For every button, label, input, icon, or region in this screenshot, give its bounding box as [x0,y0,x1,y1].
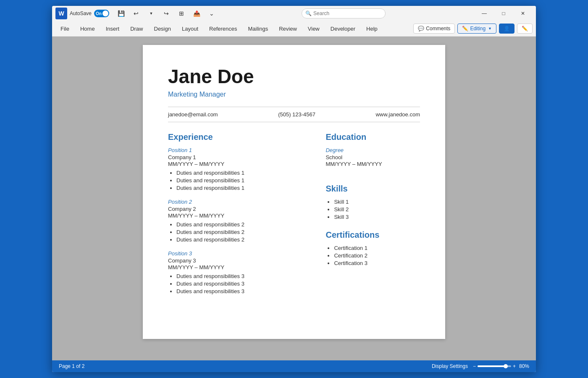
ribbon: File Home Insert Draw Design Layout Refe… [52,21,536,37]
close-button[interactable]: ✕ [513,7,533,20]
list-item: Certification 2 [334,252,420,259]
dates-3: MM/YYYY – MM/YYYY [168,264,313,270]
certifications-heading: Certifications [326,230,420,240]
titlebar: W AutoSave On 💾 ↩︎ ▼ ↪︎ ⊞ 📤 ⌄ 🔍 — [52,6,536,21]
toggle-knob [102,10,108,16]
search-input[interactable] [313,10,382,16]
list-item: Certification 3 [334,260,420,266]
two-col-layout: Experience Position 1 Company 1 MM/YYYY … [168,132,420,302]
tab-insert[interactable]: Insert [101,23,125,34]
zoom-slider-fill [478,365,504,367]
comments-icon: 💬 [418,26,424,32]
display-settings[interactable]: Display Settings [432,363,468,369]
dates-2: MM/YYYY – MM/YYYY [168,213,313,219]
tab-view[interactable]: View [303,23,325,34]
list-item: Duties and responsibilities 1 [176,177,313,184]
position-3: Position 3 Company 3 MM/YYYY – MM/YYYY D… [168,250,313,294]
share-button[interactable]: 📤 [191,8,202,19]
duties-1: Duties and responsibilities 1 Duties and… [168,170,313,191]
zoom-out-button[interactable]: − [473,363,476,369]
zoom-knob [504,364,508,368]
tab-design[interactable]: Design [149,23,176,34]
list-item: Duties and responsibilities 1 [176,170,313,176]
resume-job-title: Marketing Manager [168,91,420,98]
skills-heading: Skills [326,184,420,194]
list-item: Skill 3 [334,214,420,220]
list-item: Duties and responsibilities 3 [176,288,313,294]
experience-heading: Experience [168,132,313,142]
redo-button[interactable]: ↪︎ [160,8,172,19]
autosave-toggle[interactable]: On [94,10,109,17]
certifications-list: Certification 1 Certification 2 Certific… [326,245,420,266]
contact-bar: janedoe@email.com (505) 123-4567 www.jan… [168,107,420,122]
share-profile-icon: 👤 [504,26,510,32]
skills-section: Skills Skill 1 Skill 2 Skill 3 [326,184,420,220]
contact-email: janedoe@email.com [168,111,218,118]
doc-scroll[interactable]: Jane Doe Marketing Manager janedoe@email… [52,37,536,360]
window-controls: — □ ✕ [475,7,533,20]
resume-name: Jane Doe [168,66,420,87]
education-section: Education Degree School MM/YYYY – MM/YYY… [326,132,420,167]
maximize-button[interactable]: □ [494,7,513,20]
right-column: Education Degree School MM/YYYY – MM/YYY… [326,132,420,302]
contact-phone: (505) 123-4567 [278,111,315,118]
edit-icon: ✏️ [462,26,468,32]
list-item: Duties and responsibilities 2 [176,221,313,228]
table-button[interactable]: ⊞ [176,8,187,19]
ribbon-tabs: File Home Insert Draw Design Layout Refe… [52,21,536,36]
company-2: Company 2 [168,206,313,212]
comments-label: Comments [426,26,450,32]
company-3: Company 3 [168,257,313,264]
ribbon-right: 💬 Comments ✏️ Editing ▼ 👤 ✏️ [413,24,533,34]
zoom-level: 80% [519,363,529,369]
zoom-slider[interactable] [478,365,511,367]
dates-1: MM/YYYY – MM/YYYY [168,161,313,167]
tab-help[interactable]: Help [361,23,383,34]
editing-label: Editing [470,26,486,32]
tab-layout[interactable]: Layout [177,23,203,34]
skills-list: Skill 1 Skill 2 Skill 3 [326,199,420,220]
duties-2: Duties and responsibilities 2 Duties and… [168,221,313,243]
tab-references[interactable]: References [204,23,242,34]
list-item: Duties and responsibilities 2 [176,236,313,243]
search-icon: 🔍 [305,10,312,16]
share-profile-button[interactable]: 👤 [499,24,514,34]
experience-column: Experience Position 1 Company 1 MM/YYYY … [168,132,313,302]
tab-review[interactable]: Review [274,23,302,34]
comments-button[interactable]: 💬 Comments [413,24,455,34]
contact-website: www.janedoe.com [375,111,420,118]
tab-mailings[interactable]: Mailings [243,23,273,34]
list-item: Skill 2 [334,206,420,213]
minimize-button[interactable]: — [475,7,494,20]
editing-dropdown-icon: ▼ [488,26,492,31]
list-item: Certification 1 [334,245,420,251]
more-ribbon-icon: ✏️ [522,26,528,32]
tab-file[interactable]: File [55,23,74,34]
app-window: W AutoSave On 💾 ↩︎ ▼ ↪︎ ⊞ 📤 ⌄ 🔍 — [52,6,536,372]
education-heading: Education [326,132,420,142]
save-button[interactable]: 💾 [115,8,127,19]
zoom-control: − + 80% [473,363,529,369]
document-page: Jane Doe Marketing Manager janedoe@email… [143,45,445,339]
editing-button[interactable]: ✏️ Editing ▼ [457,24,496,34]
degree-title: Degree [326,147,420,153]
position-2: Position 2 Company 2 MM/YYYY – MM/YYYY D… [168,199,313,243]
more-options-button[interactable]: ⌄ [206,8,218,19]
position-2-title: Position 2 [168,199,313,205]
more-ribbon-button[interactable]: ✏️ [517,24,533,34]
list-item: Duties and responsibilities 3 [176,273,313,279]
tab-developer[interactable]: Developer [326,23,360,34]
education-dates: MM/YYYY – MM/YYYY [326,161,420,167]
doc-area: Jane Doe Marketing Manager janedoe@email… [52,37,536,360]
undo-dropdown-button[interactable]: ▼ [145,8,157,19]
tab-home[interactable]: Home [75,23,100,34]
undo-button[interactable]: ↩︎ [130,8,142,19]
position-3-title: Position 3 [168,250,313,257]
toggle-text: On [96,11,102,16]
zoom-in-button[interactable]: + [513,363,516,369]
tab-draw[interactable]: Draw [125,23,148,34]
titlebar-left: W AutoSave On 💾 ↩︎ ▼ ↪︎ ⊞ 📤 ⌄ [55,8,218,19]
list-item: Skill 1 [334,199,420,205]
search-box[interactable]: 🔍 [302,8,386,18]
list-item: Duties and responsibilities 1 [176,185,313,191]
